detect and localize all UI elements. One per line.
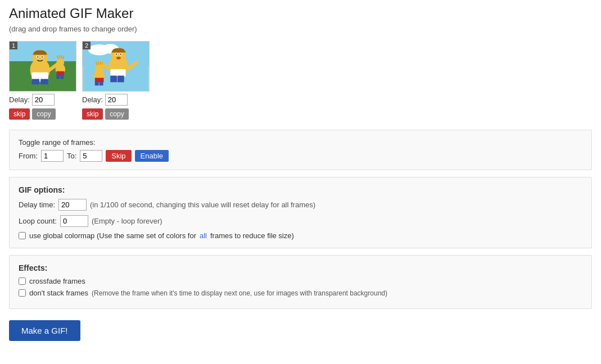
skip-range-button[interactable]: Skip (106, 150, 131, 162)
svg-rect-4 (40, 79, 48, 84)
loop-count-row: Loop count: (Empty - loop forever) (19, 215, 582, 227)
svg-point-9 (42, 56, 43, 57)
subtitle: (drag and drop frames to change order) (9, 25, 592, 33)
delay-input-1[interactable] (32, 94, 55, 106)
colormap-checkbox[interactable] (19, 232, 26, 239)
svg-rect-25 (110, 76, 117, 83)
frame-image-1: 1 (9, 41, 76, 92)
svg-line-41 (98, 61, 99, 65)
svg-point-7 (37, 56, 38, 57)
frame-card-1: 1 (9, 41, 76, 120)
svg-point-29 (116, 53, 117, 54)
svg-rect-14 (56, 75, 60, 79)
delay-label-2: Delay: (82, 95, 103, 104)
frame-badge-2: 2 (83, 42, 91, 49)
svg-rect-15 (60, 75, 64, 79)
gif-options-title: GIF options: (19, 185, 582, 194)
delay-label-1: Delay: (9, 95, 30, 104)
svg-line-16 (57, 56, 58, 59)
dont-stack-label: don't stack frames (29, 289, 88, 297)
svg-point-31 (120, 53, 121, 54)
svg-rect-26 (118, 76, 124, 83)
svg-point-36 (95, 65, 104, 74)
dont-stack-checkbox[interactable] (19, 289, 26, 297)
effects-title: Effects: (19, 263, 582, 272)
colormap-label-after: frames to reduce file size) (210, 231, 294, 240)
svg-point-12 (56, 58, 64, 66)
svg-line-43 (102, 62, 103, 65)
delay-time-label: Delay time: (19, 201, 55, 209)
svg-rect-3 (31, 79, 39, 84)
crossfade-label: crossfade frames (29, 277, 85, 285)
frame-delay-row-2: Delay: (82, 94, 128, 106)
toggle-range-section: Toggle range of frames: From: To: Skip E… (9, 130, 592, 170)
crossfade-row: crossfade frames (19, 277, 582, 285)
svg-point-32 (116, 57, 121, 60)
loop-count-note: (Empty - loop forever) (92, 217, 162, 225)
frame-badge-1: 1 (10, 42, 17, 49)
frame-buttons-1: skip copy (9, 108, 56, 120)
colormap-row: use global colormap (Use the same set of… (19, 231, 582, 240)
to-label: To: (67, 152, 76, 160)
dont-stack-row: don't stack frames (Remove the frame whe… (19, 289, 582, 297)
delay-input-2[interactable] (105, 94, 128, 106)
loop-count-input[interactable] (60, 215, 88, 227)
skip-button-1[interactable]: skip (9, 108, 30, 120)
skip-button-2[interactable]: skip (82, 108, 103, 120)
svg-rect-38 (95, 81, 99, 85)
page-title: Animated GIF Maker (9, 6, 592, 21)
gif-options-section: GIF options: Delay time: (in 1/100 of se… (9, 177, 592, 248)
frames-container: 1 (9, 41, 592, 120)
crossfade-checkbox[interactable] (19, 277, 26, 285)
svg-line-19 (63, 56, 64, 59)
colormap-link[interactable]: all (200, 231, 207, 240)
frame-delay-row-1: Delay: (9, 94, 55, 106)
from-label: From: (19, 152, 38, 160)
from-input[interactable] (41, 150, 64, 162)
frame-svg-2 (83, 42, 149, 91)
svg-rect-39 (100, 81, 103, 85)
frame-svg-1 (10, 42, 76, 91)
loop-count-label: Loop count: (19, 217, 57, 225)
delay-time-note: (in 1/100 of second, changing this value… (90, 201, 315, 209)
delay-time-input[interactable] (58, 199, 87, 211)
frame-buttons-2: skip copy (82, 108, 129, 120)
frame-card-2: 2 (82, 41, 150, 120)
colormap-label-before: use global colormap (Use the same set of… (29, 231, 196, 240)
enable-button[interactable]: Enable (135, 150, 169, 162)
svg-rect-24 (110, 69, 125, 77)
dont-stack-note: (Remove the frame when it's time to disp… (92, 289, 387, 297)
copy-button-1[interactable]: copy (32, 108, 55, 120)
to-input[interactable] (80, 150, 102, 162)
toggle-range-title: Toggle range of frames: (19, 138, 582, 147)
copy-button-2[interactable]: copy (105, 108, 128, 120)
svg-line-17 (59, 55, 60, 58)
delay-time-row: Delay time: (in 1/100 of second, changin… (19, 199, 582, 211)
effects-section: Effects: crossfade frames don't stack fr… (9, 255, 592, 309)
toggle-range-row: From: To: Skip Enable (19, 150, 582, 162)
make-gif-button[interactable]: Make a GIF! (9, 320, 80, 341)
frame-image-2: 2 (82, 41, 150, 92)
